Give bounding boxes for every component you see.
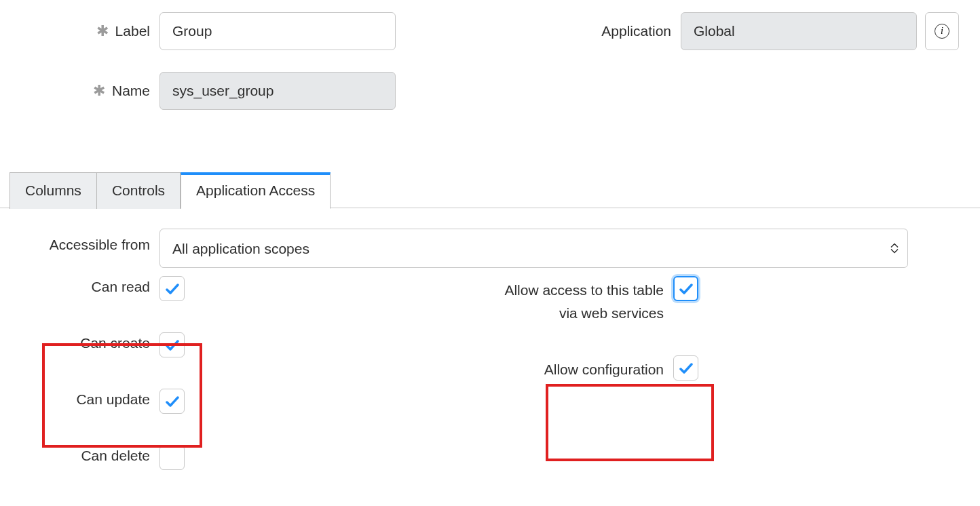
can-create-label: Can create (0, 332, 159, 351)
check-icon (164, 393, 181, 410)
tab-bar: Columns Controls Application Access (0, 171, 980, 208)
check-icon (678, 281, 694, 297)
can-read-checkbox[interactable] (159, 276, 185, 301)
accessible-from-select[interactable]: All application scopes (159, 229, 908, 268)
can-read-label: Can read (0, 276, 159, 295)
tab-application-access[interactable]: Application Access (181, 172, 331, 209)
required-asterisk-icon: ✱ (93, 82, 105, 100)
check-icon (678, 360, 694, 376)
check-icon (164, 337, 181, 353)
info-icon: i (935, 24, 949, 39)
check-icon (164, 281, 181, 297)
can-delete-checkbox[interactable] (159, 445, 185, 470)
application-value[interactable]: Global (681, 12, 917, 50)
can-delete-label: Can delete (0, 445, 159, 464)
label-field-label: Label (115, 23, 150, 39)
accessible-from-label: Accessible from (0, 229, 159, 253)
allow-web-services-label: Allow access to this table via web servi… (489, 276, 673, 324)
application-info-button[interactable]: i (925, 12, 959, 50)
tab-controls[interactable]: Controls (97, 172, 181, 209)
can-update-label: Can update (0, 389, 159, 408)
name-field-label: Name (112, 83, 150, 99)
name-input[interactable] (159, 72, 396, 110)
label-input[interactable] (159, 12, 396, 50)
tab-content-application-access: Accessible from All application scopes C… (0, 208, 980, 470)
allow-configuration-checkbox[interactable] (673, 355, 698, 381)
form-header: ✱ Label Application Global i ✱ Name (0, 0, 980, 110)
can-create-checkbox[interactable] (159, 332, 185, 357)
allow-configuration-label: Allow configuration (489, 355, 673, 381)
required-asterisk-icon: ✱ (96, 22, 109, 40)
allow-web-services-checkbox[interactable] (673, 276, 698, 301)
can-update-checkbox[interactable] (159, 389, 185, 414)
application-label: Application (601, 23, 671, 39)
application-value-text: Global (694, 23, 735, 39)
tab-columns[interactable]: Columns (10, 172, 97, 209)
